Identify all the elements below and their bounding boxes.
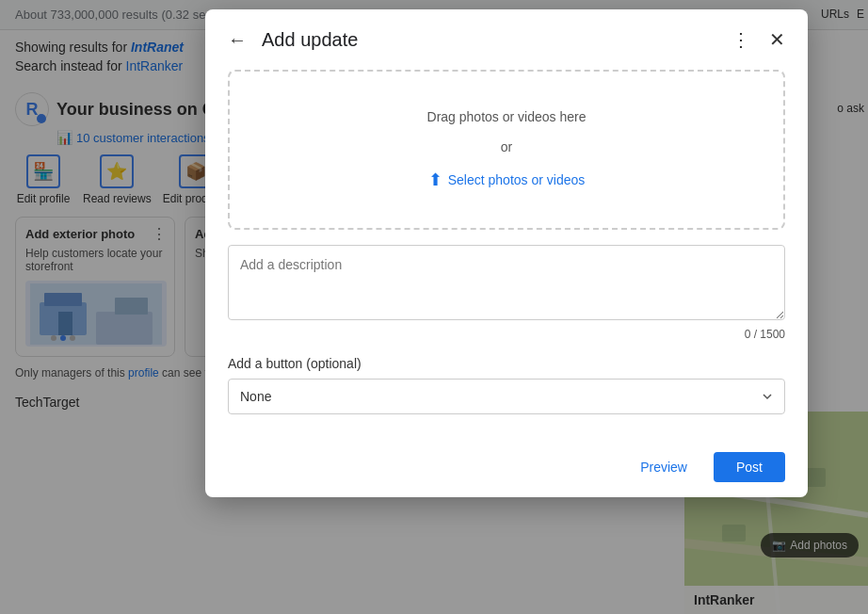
modal-header: ← Add update ⋮ ✕ [205,9,808,70]
modal-footer: Preview Post [205,437,808,497]
modal-body: Drag photos or videos here or ⬆ Select p… [205,70,808,437]
drag-text: Drag photos or videos here [427,109,587,124]
more-dots-icon: ⋮ [731,29,750,50]
modal-title: Add update [262,29,716,51]
description-textarea[interactable] [228,245,785,320]
modal-back-button[interactable]: ← [224,25,250,55]
upload-icon: ⬆ [428,170,442,190]
upload-area[interactable]: Drag photos or videos here or ⬆ Select p… [228,70,785,230]
post-button[interactable]: Post [714,452,785,482]
close-icon: ✕ [769,29,785,50]
preview-button[interactable]: Preview [625,452,702,482]
add-update-modal: ← Add update ⋮ ✕ Drag photos or videos h… [205,9,808,497]
select-photos-button[interactable]: ⬆ Select photos or videos [428,170,586,190]
modal-close-button[interactable]: ✕ [765,24,789,55]
modal-more-button[interactable]: ⋮ [728,24,754,55]
add-button-label: Add a button (optional) [228,356,785,371]
button-type-select[interactable]: None Book Order online Buy Learn more Si… [228,379,785,414]
or-text: or [501,139,512,154]
select-label: Select photos or videos [448,172,586,187]
back-arrow-icon: ← [228,29,247,51]
char-count: 0 / 1500 [228,328,785,341]
